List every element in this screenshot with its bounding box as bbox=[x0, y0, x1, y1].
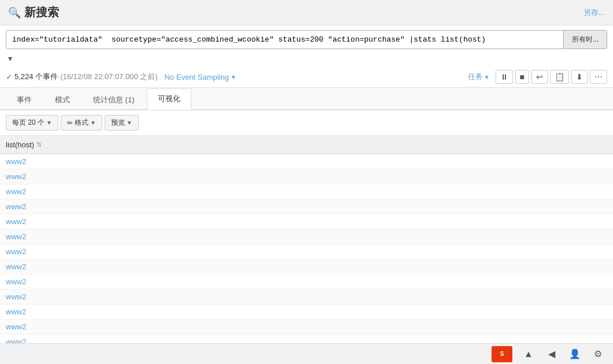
pause-button[interactable]: ⏸ bbox=[496, 70, 513, 84]
tabs-bar: 事件 模式 统计信息 (1) 可视化 bbox=[0, 88, 613, 110]
splunk-logo: S bbox=[492, 346, 512, 362]
status-left: ✓ 5,224 个事件 (16/12/08 22:07:07.000 之前) N… bbox=[6, 72, 237, 82]
table-header: list(host) ⇅ bbox=[0, 136, 613, 154]
export-button[interactable]: ⬇ bbox=[571, 70, 588, 84]
jobs-label: 任务 bbox=[468, 72, 483, 82]
table-row[interactable]: www2 bbox=[0, 244, 613, 259]
table-row[interactable]: www2 bbox=[0, 199, 613, 214]
status-events: ✓ 5,224 个事件 (16/12/08 22:07:07.000 之前) bbox=[6, 72, 158, 82]
per-page-label: 每页 20 个 bbox=[12, 118, 45, 128]
jobs-button[interactable]: 任务 ▼ bbox=[464, 70, 493, 84]
more-button[interactable]: ⋯ bbox=[590, 70, 607, 84]
bottom-icon-2[interactable]: ◀ bbox=[542, 346, 561, 362]
format-arrow-icon: ▼ bbox=[90, 120, 96, 126]
tab-stats[interactable]: 统计信息 (1) bbox=[82, 90, 146, 110]
bottom-bar: S ▲ ◀ 👤 ⚙ bbox=[0, 343, 613, 364]
another-search-link[interactable]: 另存... bbox=[584, 8, 605, 18]
check-icon: ✓ bbox=[6, 73, 12, 81]
preview-button[interactable]: 预览 ▼ bbox=[105, 115, 139, 131]
bottom-icon-1[interactable]: ▲ bbox=[519, 346, 538, 362]
table-row[interactable]: www2 bbox=[0, 154, 613, 169]
table-row[interactable]: www2 bbox=[0, 229, 613, 244]
bottom-icon-settings[interactable]: ⚙ bbox=[589, 346, 607, 362]
table-rows-container: www2www2www2www2www2www2www2www2www2www2… bbox=[0, 154, 613, 364]
per-page-arrow-icon: ▼ bbox=[46, 120, 52, 126]
table-row[interactable]: www2 bbox=[0, 169, 613, 184]
tab-viz[interactable]: 可视化 bbox=[147, 88, 191, 110]
status-bar: ✓ 5,224 个事件 (16/12/08 22:07:07.000 之前) N… bbox=[0, 66, 613, 88]
search-bar-row: 所有时... bbox=[6, 30, 607, 49]
events-time: (16/12/08 22:07:07.000 之前) bbox=[60, 72, 157, 82]
table-row[interactable]: www2 bbox=[0, 214, 613, 229]
table-row[interactable]: www2 bbox=[0, 304, 613, 320]
preview-arrow-icon: ▼ bbox=[127, 120, 132, 126]
format-button[interactable]: ✏ 格式 ▼ bbox=[61, 115, 102, 131]
jobs-arrow-icon: ▼ bbox=[484, 74, 490, 80]
sampling-button[interactable]: No Event Sampling ▼ bbox=[165, 73, 237, 81]
column-header-label: list(host) bbox=[6, 140, 34, 149]
events-count: 5,224 个事件 bbox=[14, 72, 58, 82]
bottom-icon-user[interactable]: 👤 bbox=[566, 346, 584, 362]
search-input[interactable] bbox=[6, 31, 563, 49]
table-row[interactable]: www2 bbox=[0, 289, 613, 304]
search-icon: 🔍 bbox=[8, 6, 21, 19]
stop-button[interactable]: ■ bbox=[515, 70, 529, 84]
tab-patterns[interactable]: 模式 bbox=[44, 90, 81, 110]
per-page-button[interactable]: 每页 20 个 ▼ bbox=[6, 115, 58, 131]
expand-button[interactable]: ▾ bbox=[6, 53, 14, 64]
toolbar-row: 每页 20 个 ▼ ✏ 格式 ▼ 预览 ▼ bbox=[0, 110, 613, 136]
share-button[interactable]: ↩ bbox=[531, 70, 548, 84]
copy-button[interactable]: 📋 bbox=[550, 70, 569, 84]
header: 🔍 新搜索 另存... bbox=[0, 0, 613, 25]
format-label: 格式 bbox=[75, 118, 88, 128]
tab-events[interactable]: 事件 bbox=[6, 90, 43, 110]
sort-icon[interactable]: ⇅ bbox=[36, 141, 42, 148]
status-right: 任务 ▼ ⏸ ■ ↩ 📋 ⬇ ⋯ bbox=[464, 70, 607, 84]
page-title: 🔍 新搜索 bbox=[8, 5, 59, 20]
search-bar-wrap: 所有时... bbox=[0, 25, 613, 51]
table-row[interactable]: www2 bbox=[0, 320, 613, 335]
format-icon: ✏ bbox=[67, 119, 73, 127]
table-area: list(host) ⇅ www2www2www2www2www2www2www… bbox=[0, 136, 613, 364]
preview-label: 预览 bbox=[111, 118, 125, 128]
page-title-text: 新搜索 bbox=[24, 5, 59, 20]
sampling-label: No Event Sampling bbox=[165, 73, 229, 81]
expand-row: ▾ bbox=[0, 51, 613, 66]
table-row[interactable]: www2 bbox=[0, 274, 613, 289]
table-row[interactable]: www2 bbox=[0, 184, 613, 199]
time-range-button[interactable]: 所有时... bbox=[563, 31, 607, 49]
sampling-arrow-icon: ▼ bbox=[231, 74, 237, 80]
table-row[interactable]: www2 bbox=[0, 259, 613, 274]
